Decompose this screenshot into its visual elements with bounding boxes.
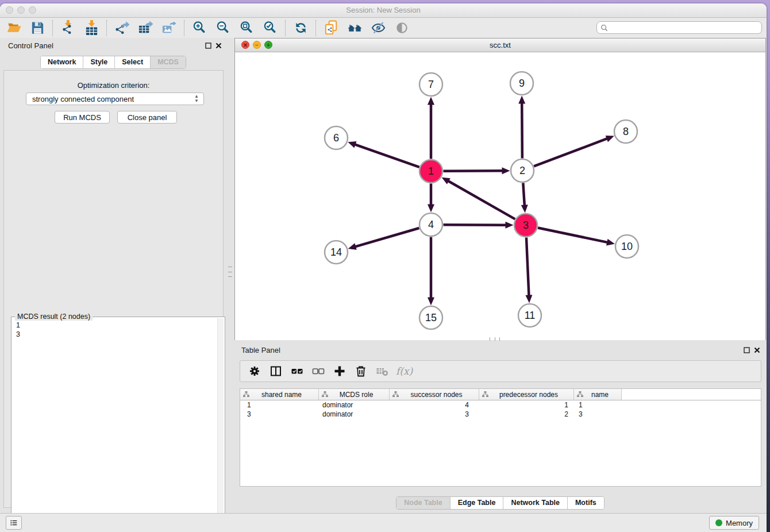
function-builder-icon[interactable]: f(x) [396, 365, 413, 377]
show-column-panel-button[interactable] [267, 363, 284, 380]
table-cell[interactable]: 1 [574, 400, 622, 410]
table-cell[interactable]: 1 [479, 400, 574, 410]
graph-node-label: 6 [333, 132, 339, 144]
tab-select[interactable]: Select [114, 56, 150, 68]
open-session-button[interactable] [5, 20, 24, 37]
table-cell[interactable]: 3 [574, 410, 622, 419]
tab-node-table[interactable]: Node Table [396, 497, 449, 509]
memory-button[interactable]: Memory [709, 516, 759, 530]
task-history-button[interactable] [6, 516, 22, 530]
edge-arrowhead [428, 298, 434, 306]
delete-table-button[interactable] [374, 363, 391, 380]
zoom-out-button[interactable] [214, 20, 233, 37]
edge-4-3[interactable] [443, 225, 506, 225]
save-session-button[interactable] [28, 20, 47, 37]
mcds-result-list[interactable]: 13 [11, 319, 217, 532]
hide-graphics-button[interactable] [369, 20, 388, 37]
column-type-icon [577, 391, 583, 398]
edge-arrowhead [428, 97, 434, 105]
tab-mcds[interactable]: MCDS [150, 56, 186, 68]
clone-network-button[interactable] [322, 20, 341, 37]
table-cell[interactable]: dominator [319, 410, 390, 419]
column-type-icon [392, 391, 399, 398]
edge-3-1[interactable] [448, 181, 515, 219]
search-input[interactable] [610, 22, 761, 33]
toolbar-separator [184, 20, 185, 36]
zoom-selected-button[interactable] [261, 20, 280, 37]
graph-node-label: 1 [428, 165, 434, 177]
select-all-columns-button[interactable] [288, 363, 306, 380]
edge-4-14[interactable] [355, 228, 419, 246]
edge-3-11[interactable] [526, 237, 529, 295]
edge-2-8[interactable] [534, 138, 607, 166]
unselect-all-columns-button[interactable] [310, 363, 327, 380]
column-header-name[interactable]: name [574, 389, 622, 400]
criterion-dropdown[interactable]: strongly connected component ▲▼ [26, 92, 204, 105]
optimization-criterion-label: Optimization criterion: [4, 81, 223, 90]
graph-node-label: 10 [621, 241, 633, 252]
table-options-button[interactable] [246, 363, 263, 380]
network-window-titlebar[interactable]: ✕ − + scc.txt [235, 38, 765, 52]
delete-columns-button[interactable] [352, 363, 369, 380]
table-cell[interactable]: 2 [479, 410, 574, 419]
column-header-predecessor-nodes[interactable]: predecessor nodes [479, 389, 574, 400]
refresh-icon [293, 20, 309, 36]
table-cell[interactable]: 1 [240, 400, 319, 410]
export-table-button[interactable] [136, 20, 155, 37]
create-column-button[interactable] [331, 363, 348, 380]
export-image-button[interactable] [160, 20, 179, 37]
network-canvas[interactable]: 7968124314101511 [235, 52, 765, 340]
edge-arrowhead [428, 205, 434, 213]
network-home-button[interactable] [345, 20, 364, 37]
edge-1-6[interactable] [355, 144, 419, 167]
close-panel-icon[interactable] [754, 347, 760, 353]
close-panel-icon[interactable] [215, 43, 222, 49]
edge-1-2[interactable] [443, 171, 502, 171]
import-network-button[interactable] [59, 20, 78, 37]
column-header-shared-name[interactable]: shared name [240, 389, 319, 400]
toggle-panels-button[interactable] [392, 20, 411, 37]
table-cell[interactable]: 3 [390, 410, 479, 419]
plus-icon [333, 365, 346, 377]
float-panel-icon[interactable] [205, 43, 211, 49]
control-panel-tabs: NetworkStyleSelectMCDS [0, 56, 226, 69]
tab-style[interactable]: Style [83, 56, 114, 68]
result-scrollbar[interactable] [217, 318, 224, 532]
network-graph[interactable]: 7968124314101511 [235, 52, 765, 340]
run-mcds-button[interactable]: Run MCDS [55, 111, 110, 124]
table-row[interactable]: 3dominator323 [240, 410, 761, 419]
column-header-MCDS-role[interactable]: MCDS role [319, 389, 390, 400]
column-header-successor-nodes[interactable]: successor nodes [390, 389, 479, 400]
panel-divider-handle[interactable] [228, 267, 232, 277]
tab-edge-table[interactable]: Edge Table [450, 497, 503, 509]
window-title: Session: New Session [0, 3, 767, 17]
table-cell[interactable]: 3 [240, 410, 319, 419]
search-box[interactable] [596, 21, 762, 34]
mcds-result-line: 1 [16, 321, 212, 330]
graph-node-label: 3 [523, 219, 529, 231]
table-cell[interactable]: dominator [319, 400, 390, 410]
edge-2-9[interactable] [522, 103, 522, 158]
table-panel-title: Table Panel [241, 345, 280, 356]
eye-slash-icon [371, 20, 386, 36]
graph-node-label: 8 [623, 126, 629, 137]
edge-2-3[interactable] [523, 183, 524, 205]
float-panel-icon[interactable] [744, 347, 750, 353]
tab-network-table[interactable]: Network Table [503, 497, 567, 509]
table-row[interactable]: 1dominator411 [240, 400, 761, 410]
edge-3-10[interactable] [538, 228, 607, 242]
edge-arrowhead [521, 205, 528, 213]
tab-motifs[interactable]: Motifs [567, 497, 604, 509]
control-panel-header: Control Panel [0, 40, 226, 52]
zoom-fit-button[interactable] [237, 20, 256, 37]
close-panel-button[interactable]: Close panel [117, 111, 177, 124]
split-divider-handle[interactable] [490, 337, 500, 341]
export-network-button[interactable] [113, 20, 132, 37]
import-table-button[interactable] [82, 20, 101, 37]
graph-node-label: 2 [519, 165, 525, 176]
zoom-in-button[interactable] [190, 20, 209, 37]
apply-layout-button[interactable] [291, 20, 310, 37]
edge-arrowhead [505, 222, 513, 229]
tab-network[interactable]: Network [41, 56, 83, 68]
table-cell[interactable]: 4 [390, 400, 479, 410]
